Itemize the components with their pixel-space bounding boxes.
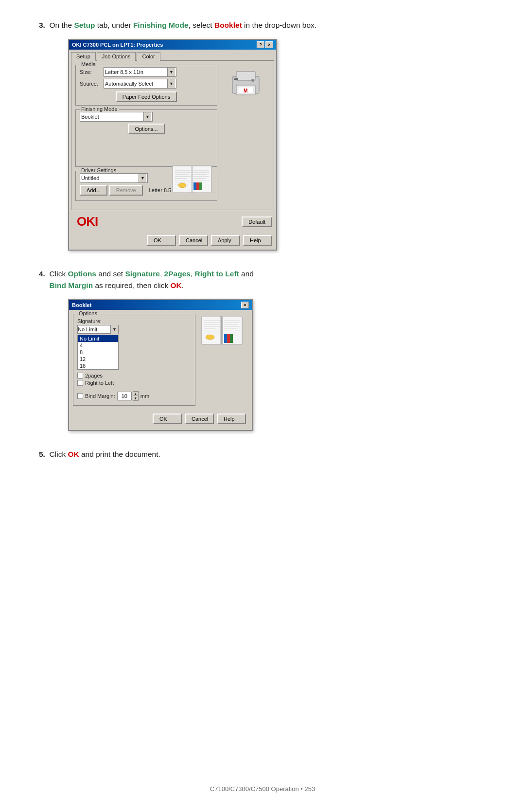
- options-hl: Options: [68, 270, 96, 278]
- properties-titlebar: OKI C7300 PCL on LPT1: Properties ? ×: [69, 40, 276, 50]
- setup-highlight: Setup: [74, 21, 95, 29]
- dropdown-item-4[interactable]: 4: [78, 342, 118, 349]
- step-5-text: 5. Click OK and print the document.: [39, 449, 486, 460]
- rtl-checkbox[interactable]: [77, 380, 83, 386]
- bind-margin-value[interactable]: 10: [117, 392, 132, 400]
- cancel-button-d1[interactable]: Cancel: [179, 235, 208, 246]
- finishing-arrow: ▼: [143, 112, 151, 121]
- spinner-up[interactable]: ▲: [133, 392, 138, 396]
- bind-margin-spinner: 10 ▲ ▼ mm: [117, 391, 149, 401]
- twopages-checkbox[interactable]: [77, 373, 83, 379]
- default-button[interactable]: Default: [242, 217, 272, 227]
- options-button[interactable]: Options...: [128, 124, 164, 134]
- signature-select[interactable]: No Limit ▼: [77, 325, 119, 334]
- step-3-text: 3. On the Setup tab, under Finishing Mod…: [39, 19, 486, 31]
- booklet-preview-area-2: [199, 314, 248, 410]
- dialog-tabs: Setup Job Options Color: [69, 50, 276, 60]
- dropdown-item-12[interactable]: 12: [78, 356, 118, 362]
- tab-color[interactable]: Color: [137, 52, 160, 61]
- ok-button-d1[interactable]: OK: [147, 235, 176, 246]
- checkboxes-area: 2pages Right to Left Bind Margin:: [77, 373, 191, 401]
- oki-logo: OKI: [73, 214, 102, 229]
- booklet-inner: Options Signature: No Limit ▼ No Limit: [73, 314, 248, 410]
- tab-job-options[interactable]: Job Options: [97, 52, 136, 61]
- dialog-bottom-buttons: OK Cancel Apply Help: [69, 233, 276, 250]
- size-select[interactable]: Letter 8.5 x 11in ▼: [104, 67, 176, 77]
- tab-setup[interactable]: Setup: [71, 52, 96, 61]
- step-4-text: 4. Click Options and set Signature, 2Pag…: [39, 268, 486, 291]
- size-arrow: ▼: [167, 68, 175, 76]
- signature-label: Signature:: [77, 318, 191, 324]
- booklet-preview-area: [170, 161, 270, 206]
- booklet-options-area: Options Signature: No Limit ▼ No Limit: [73, 314, 195, 410]
- booklet-titlebar-buttons: ×: [241, 302, 249, 308]
- source-label: Source:: [80, 81, 102, 87]
- help-button-d1[interactable]: Help: [243, 235, 272, 246]
- svg-rect-44: [224, 334, 227, 343]
- paper-feed-button[interactable]: Paper Feed Options: [116, 91, 177, 102]
- ok-hl: OK: [171, 281, 182, 289]
- dropdown-item-nolimit[interactable]: No Limit: [78, 335, 118, 342]
- svg-rect-26: [199, 182, 202, 190]
- source-select[interactable]: Automatically Select ▼: [104, 79, 176, 89]
- properties-title: OKI C7300 PCL on LPT1: Properties: [72, 42, 163, 48]
- remove-button[interactable]: Remove: [109, 185, 143, 196]
- spinner-arrows: ▲ ▼: [133, 391, 139, 401]
- booklet-close-btn[interactable]: ×: [241, 302, 249, 308]
- cancel-button-d2[interactable]: Cancel: [185, 414, 214, 424]
- ok-button-d2[interactable]: OK: [153, 414, 182, 424]
- svg-point-27: [178, 183, 186, 188]
- signature-row: Signature: No Limit ▼ No Limit 4: [77, 318, 191, 370]
- bind-margin-unit: mm: [140, 393, 149, 399]
- step-5: 5. Click OK and print the document.: [39, 449, 486, 460]
- twopages-row: 2pages: [77, 373, 191, 379]
- properties-dialog: OKI C7300 PCL on LPT1: Properties ? × Se…: [68, 39, 277, 251]
- svg-rect-5: [234, 78, 238, 80]
- svg-rect-46: [230, 334, 233, 343]
- rtl-row: Right to Left: [77, 380, 191, 386]
- apply-button-d1[interactable]: Apply: [211, 235, 240, 246]
- finishing-mode-highlight: Finishing Mode: [133, 21, 189, 29]
- svg-point-4: [251, 79, 254, 82]
- booklet-title: Booklet: [72, 302, 91, 308]
- dropdown-item-8[interactable]: 8: [78, 349, 118, 356]
- source-row: Source: Automatically Select ▼: [80, 79, 213, 89]
- media-groupbox: Media Size: Letter 8.5 x 11in ▼ Source:: [75, 65, 217, 106]
- driver-label: Driver Settings: [80, 167, 118, 173]
- svg-point-47: [206, 335, 214, 340]
- svg-text:M: M: [244, 88, 247, 93]
- finishing-label: Finishing Mode: [80, 106, 119, 112]
- dropdown-item-16[interactable]: 16: [78, 362, 118, 369]
- rtl-hl: Right to Left: [195, 270, 239, 278]
- step-3: 3. On the Setup tab, under Finishing Mod…: [39, 19, 486, 251]
- finishing-select[interactable]: Booklet ▼: [80, 112, 153, 122]
- size-row: Size: Letter 8.5 x 11in ▼: [80, 67, 213, 77]
- svg-rect-45: [227, 334, 230, 343]
- driver-select[interactable]: Untitled ▼: [80, 173, 148, 183]
- bind-margin-label: Bind Margin:: [85, 393, 115, 399]
- booklet-footer: OK Cancel Help: [73, 410, 248, 426]
- dialog-content: Media Size: Letter 8.5 x 11in ▼ Source:: [71, 60, 274, 210]
- media-label: Media: [80, 61, 97, 67]
- help-icon-btn[interactable]: ?: [257, 41, 264, 48]
- ok-hl-5: OK: [68, 450, 79, 458]
- booklet-preview-icon: [170, 161, 216, 205]
- step-4: 4. Click Options and set Signature, 2Pag…: [39, 268, 486, 431]
- close-icon-btn[interactable]: ×: [265, 41, 273, 48]
- printer-icon: M: [228, 67, 264, 98]
- booklet-options-groupbox: Options Signature: No Limit ▼ No Limit: [73, 314, 195, 406]
- driver-arrow: ▼: [139, 174, 146, 182]
- finishing-row: Booklet ▼: [80, 112, 213, 122]
- source-arrow: ▼: [167, 79, 175, 88]
- signature-dropdown-list[interactable]: No Limit 4 8 12 16: [77, 335, 119, 370]
- spinner-down[interactable]: ▼: [133, 396, 138, 400]
- bind-margin-row: Bind Margin: 10 ▲ ▼ mm: [77, 391, 191, 401]
- dialog-footer: OKI Default: [69, 212, 276, 233]
- add-button[interactable]: Add...: [80, 185, 107, 196]
- bind-margin-checkbox[interactable]: [77, 393, 83, 399]
- page-footer: C7100/C7300/C7500 Operation • 253: [0, 785, 525, 793]
- help-button-d2[interactable]: Help: [217, 414, 246, 424]
- booklet-preview-2: [199, 314, 248, 360]
- titlebar-buttons: ? ×: [257, 41, 273, 48]
- bindmargin-hl: Bind Margin: [50, 281, 93, 289]
